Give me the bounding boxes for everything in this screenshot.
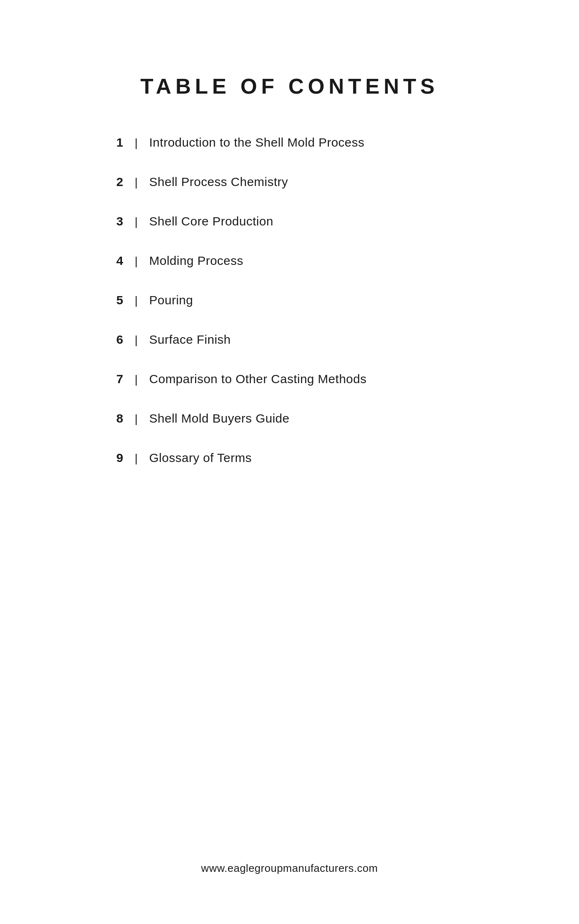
toc-separator-3: | (135, 215, 138, 228)
toc-separator-9: | (135, 452, 138, 465)
toc-label-2: Shell Process Chemistry (149, 175, 288, 189)
toc-number-8: 8 (105, 411, 123, 425)
toc-label-8: Shell Mold Buyers Guide (149, 411, 290, 425)
toc-number-6: 6 (105, 333, 123, 347)
toc-number-7: 7 (105, 372, 123, 386)
toc-number-9: 9 (105, 451, 123, 465)
toc-item: 3|Shell Core Production (105, 214, 474, 228)
toc-item: 1|Introduction to the Shell Mold Process (105, 136, 474, 149)
toc-item: 6|Surface Finish (105, 333, 474, 347)
toc-number-2: 2 (105, 175, 123, 189)
toc-label-1: Introduction to the Shell Mold Process (149, 136, 364, 149)
footer-url: www.eaglegroupmanufacturers.com (201, 862, 378, 874)
toc-label-9: Glossary of Terms (149, 451, 252, 465)
toc-item: 9|Glossary of Terms (105, 451, 474, 465)
toc-number-1: 1 (105, 136, 123, 149)
toc-separator-6: | (135, 333, 138, 347)
page-title: TABLE OF CONTENTS (140, 74, 439, 99)
toc-item: 5|Pouring (105, 293, 474, 307)
toc-list: 1|Introduction to the Shell Mold Process… (105, 136, 474, 490)
toc-separator-7: | (135, 373, 138, 386)
toc-separator-4: | (135, 255, 138, 268)
toc-separator-8: | (135, 412, 138, 425)
footer: www.eaglegroupmanufacturers.com (201, 821, 378, 875)
toc-item: 8|Shell Mold Buyers Guide (105, 411, 474, 425)
toc-separator-5: | (135, 294, 138, 307)
toc-item: 4|Molding Process (105, 254, 474, 268)
toc-label-3: Shell Core Production (149, 214, 273, 228)
toc-item: 7|Comparison to Other Casting Methods (105, 372, 474, 386)
toc-separator-2: | (135, 176, 138, 189)
toc-label-5: Pouring (149, 293, 193, 307)
toc-number-3: 3 (105, 214, 123, 228)
toc-label-4: Molding Process (149, 254, 243, 268)
toc-separator-1: | (135, 136, 138, 149)
page-container: TABLE OF CONTENTS 1|Introduction to the … (0, 0, 579, 924)
toc-label-7: Comparison to Other Casting Methods (149, 372, 366, 386)
toc-item: 2|Shell Process Chemistry (105, 175, 474, 189)
toc-label-6: Surface Finish (149, 333, 231, 347)
toc-number-5: 5 (105, 293, 123, 307)
toc-number-4: 4 (105, 254, 123, 268)
